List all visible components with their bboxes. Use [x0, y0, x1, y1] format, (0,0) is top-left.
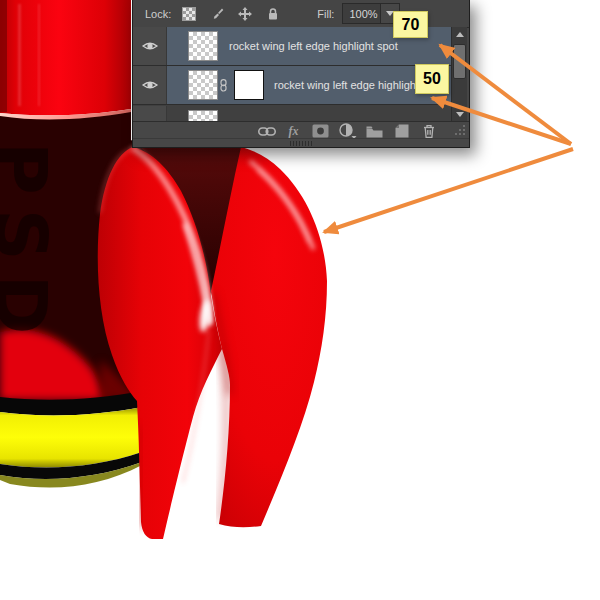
fill-value[interactable]: 100%: [349, 8, 377, 20]
layer-row-highlight[interactable]: rocket wing left edge highlight: [133, 66, 454, 105]
lock-label: Lock:: [145, 8, 171, 20]
visibility-toggle[interactable]: [133, 106, 167, 121]
scroll-thumb[interactable]: [453, 44, 466, 79]
layer-thumbnail[interactable]: [188, 110, 218, 121]
rocket-body-lettering: PSD: [0, 142, 63, 348]
lock-all-icon[interactable]: [265, 6, 281, 22]
eye-icon: [142, 79, 158, 91]
opacity-callout-70: 70: [393, 11, 428, 38]
eye-icon: [142, 40, 158, 52]
scroll-down-button[interactable]: [452, 107, 467, 121]
layer-thumbnail[interactable]: [188, 31, 218, 61]
fill-dropdown[interactable]: 100%: [342, 3, 400, 24]
lock-pixels-brush-icon[interactable]: [209, 6, 225, 22]
layer-list: rocket wing left edge highlight spot roc…: [133, 27, 454, 121]
layer-mask-thumbnail[interactable]: [234, 70, 264, 100]
lock-transparency-icon[interactable]: [181, 6, 197, 22]
visibility-toggle[interactable]: [133, 66, 167, 104]
layer-thumbnail[interactable]: [188, 70, 218, 100]
mask-link-icon[interactable]: [219, 79, 228, 92]
fill-label: Fill:: [317, 8, 334, 20]
visibility-toggle[interactable]: [133, 27, 167, 65]
opacity-callout-50: 50: [415, 64, 449, 94]
layer-name: rocket wing left edge highlight spot: [229, 40, 398, 52]
layer-name: rocket wing left edge highlight: [274, 79, 419, 91]
layer-row-partial[interactable]: [133, 106, 454, 121]
panel-drag-bar[interactable]: [133, 138, 469, 147]
panel-resize-grip[interactable]: [454, 124, 466, 136]
lock-position-icon[interactable]: [237, 6, 253, 22]
scroll-up-button[interactable]: [452, 27, 467, 41]
layers-scrollbar[interactable]: [451, 27, 467, 121]
